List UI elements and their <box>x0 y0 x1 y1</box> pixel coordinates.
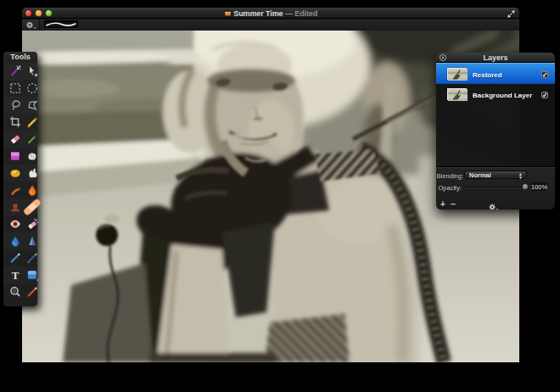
svg-text:T: T <box>12 269 20 282</box>
